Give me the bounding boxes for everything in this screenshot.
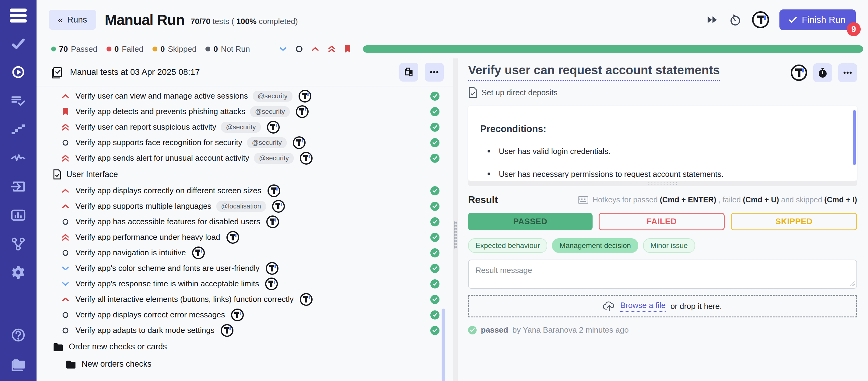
test-row[interactable]: Verify app displays correct error messag… (36, 307, 453, 323)
test-tag: @localisation (216, 201, 266, 212)
fast-forward-icon[interactable] (706, 15, 719, 24)
test-row-title: Verify app supports multiple languages (75, 201, 212, 211)
tests-icon[interactable] (10, 36, 27, 51)
status-passed-icon (430, 264, 439, 273)
requirements-icon[interactable] (10, 180, 27, 194)
result-tag-expected-behaviour[interactable]: Expected behaviour (468, 238, 547, 253)
status-passed-icon (430, 233, 439, 242)
test-tag: @security (221, 122, 260, 133)
runs-icon[interactable] (10, 65, 27, 79)
priority-blocker-icon (61, 107, 70, 116)
preconditions-scrollbar[interactable] (853, 110, 856, 165)
hotkeys-hint: Hotkeys for passed (Cmd + ENTER) , faile… (578, 195, 857, 204)
test-row[interactable]: Verify app adapts to dark mode settings (36, 323, 453, 338)
folder-title: Order new checks or cards (69, 342, 167, 351)
test-row-title: Verify user can report suspicious activi… (75, 122, 216, 132)
test-row-title: Verify app displays correctly on differe… (75, 186, 261, 195)
settings-icon[interactable] (10, 265, 27, 279)
precondition-item: User has necessary permissions to reques… (480, 169, 845, 179)
failed-button[interactable]: FAILED (599, 213, 725, 230)
browse-file-link[interactable]: Browse a file (620, 301, 665, 312)
back-to-runs-button[interactable]: « Runs (49, 10, 96, 30)
chevron-up-icon[interactable] (311, 46, 319, 52)
preconditions-resize-handle[interactable] (468, 181, 857, 186)
priority-normal-icon (61, 327, 70, 334)
group-by-tree-button[interactable] (399, 63, 418, 82)
finish-run-button[interactable]: Finish Run 9 (779, 9, 856, 30)
test-title[interactable]: Verify user can request account statemen… (468, 63, 720, 81)
splitter-grip-icon (454, 221, 457, 249)
keyboard-icon (578, 196, 588, 203)
assignee-avatar (231, 309, 244, 321)
file-dropzone[interactable]: Browse a file or drop it here. (468, 295, 857, 317)
folder-row[interactable]: Order new checks or cards (36, 338, 453, 355)
test-row[interactable]: Verify app detects and prevents phishing… (36, 104, 453, 119)
priority-high-icon (61, 188, 70, 194)
skipped-button[interactable]: SKIPPED (731, 213, 857, 230)
result-tag-management-decision[interactable]: Management decision (552, 238, 638, 253)
list-more-button[interactable] (425, 63, 444, 82)
status-passed-icon (430, 295, 439, 304)
assignee-avatar (272, 200, 285, 213)
test-row-title: Verify app adapts to dark mode settings (75, 326, 215, 335)
run-progress-bar (363, 45, 863, 53)
test-row[interactable]: Verify app has accessible features for d… (36, 214, 453, 229)
panel-splitter[interactable] (453, 58, 458, 381)
status-passed-icon (430, 248, 439, 257)
help-icon[interactable] (10, 328, 27, 342)
priority-normal-icon (61, 219, 70, 225)
test-row[interactable]: Verify app performance under heavy load (36, 229, 453, 245)
test-row[interactable]: Verify app's response time is within acc… (36, 276, 453, 291)
priority-critical-icon (61, 154, 70, 162)
textarea-resize-icon[interactable] (850, 282, 855, 286)
test-row[interactable]: Verify app supports multiple languages@l… (36, 198, 453, 214)
test-plans-icon[interactable] (10, 94, 27, 108)
passed-button[interactable]: PASSED (468, 213, 593, 230)
priority-normal-icon (61, 139, 70, 146)
stat-passed: 70Passed (51, 44, 97, 54)
test-row[interactable]: Verify app navigation is intuitive (36, 245, 453, 260)
test-list-scrollbar[interactable] (442, 309, 445, 381)
configurations-icon[interactable] (10, 237, 27, 251)
chevron-down-icon[interactable] (279, 46, 287, 52)
test-row[interactable]: Verify app supports face recognition for… (36, 135, 453, 150)
user-avatar[interactable] (752, 11, 769, 28)
hotkey-segment: and skipped (781, 195, 825, 204)
priority-critical-icon (61, 123, 70, 131)
test-row-title: Verify user can view and manage active s… (75, 91, 248, 101)
bookmark-icon[interactable] (344, 44, 351, 54)
check-icon (788, 17, 797, 23)
timer-button[interactable] (813, 63, 832, 82)
page-header: « Runs Manual Run 70/70 tests ( 100% com… (36, 0, 868, 39)
test-row[interactable]: Verify app sends alert for unusual accou… (36, 150, 453, 166)
status-passed-icon (430, 217, 439, 226)
stat-failed: 0Failed (106, 44, 143, 54)
folder-row[interactable]: New orders checks (36, 355, 453, 373)
test-row[interactable]: Verify app displays correctly on differe… (36, 183, 453, 198)
double-chevron-up-icon[interactable] (328, 45, 336, 53)
defects-icon[interactable] (10, 151, 27, 165)
parent-suite-row[interactable]: Set up direct deposits (468, 87, 857, 98)
result-tag-minor-issue[interactable]: Minor issue (643, 238, 695, 253)
projects-icon[interactable] (10, 358, 27, 372)
detail-more-button[interactable] (838, 63, 857, 82)
menu-icon[interactable] (10, 8, 27, 23)
folder-icon (53, 343, 63, 351)
reports-icon[interactable] (10, 208, 27, 222)
circle-icon[interactable] (296, 45, 303, 53)
test-row[interactable]: Verify user can report suspicious activi… (36, 119, 453, 135)
stopwatch-icon[interactable] (729, 13, 742, 26)
hotkey-segment: (Cmd + ENTER) (660, 195, 718, 204)
result-message-input[interactable]: Result message (468, 260, 857, 289)
test-row[interactable]: Verify user can view and manage active s… (36, 88, 453, 104)
assignee-avatar[interactable] (791, 65, 807, 81)
test-row[interactable]: Verify app's color scheme and fonts are … (36, 260, 453, 276)
stat-not-run: 0Not Run (206, 44, 250, 54)
status-passed-icon (430, 123, 439, 132)
finish-run-label: Finish Run (802, 14, 845, 25)
milestones-icon[interactable] (10, 122, 27, 136)
test-row[interactable]: Verify all interactive elements (buttons… (36, 291, 453, 307)
suite-row[interactable]: User Interface (36, 166, 453, 183)
passed-check-icon (468, 326, 476, 335)
test-row-title: Verify all interactive elements (buttons… (75, 294, 294, 304)
